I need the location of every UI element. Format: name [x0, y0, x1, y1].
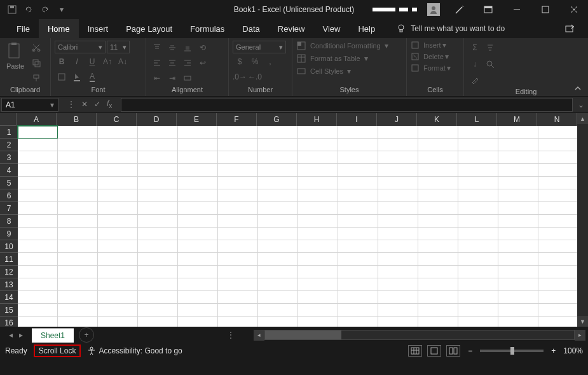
cell[interactable] — [138, 139, 178, 151]
cell[interactable] — [58, 266, 98, 278]
row-header[interactable]: 7 — [0, 202, 18, 215]
cell[interactable] — [138, 126, 178, 139]
row-header[interactable]: 13 — [0, 278, 18, 291]
cell[interactable] — [98, 215, 138, 228]
cell[interactable] — [538, 317, 577, 327]
cell[interactable] — [498, 126, 538, 139]
cell[interactable] — [218, 202, 258, 215]
cell[interactable] — [378, 177, 418, 189]
tell-me-search[interactable]: Tell me what you want to do — [397, 24, 505, 33]
cell[interactable] — [498, 253, 538, 266]
cell[interactable] — [298, 291, 338, 304]
cell[interactable] — [98, 228, 138, 240]
minimize-button[interactable] — [502, 0, 531, 19]
cell[interactable] — [218, 266, 258, 278]
cell[interactable] — [378, 278, 418, 291]
column-header[interactable]: H — [297, 113, 337, 126]
cell[interactable] — [538, 228, 577, 240]
cell[interactable] — [378, 304, 418, 317]
cell[interactable] — [218, 189, 258, 202]
bold-icon[interactable]: B — [55, 55, 69, 69]
cell[interactable] — [538, 189, 577, 202]
name-box[interactable]: A1▾ — [1, 98, 58, 112]
select-all-corner[interactable] — [0, 113, 17, 126]
cell[interactable] — [178, 202, 218, 215]
cell[interactable] — [218, 151, 258, 164]
format-as-table-button[interactable]: Format as Table▾ — [296, 53, 388, 64]
autosum-icon[interactable]: Σ — [468, 41, 482, 55]
cell[interactable] — [18, 215, 58, 228]
cell[interactable] — [258, 126, 298, 139]
cell[interactable] — [218, 177, 258, 189]
cell[interactable] — [418, 291, 458, 304]
cell[interactable] — [218, 164, 258, 177]
cell[interactable] — [538, 177, 577, 189]
cell[interactable] — [18, 317, 58, 327]
cell[interactable] — [98, 139, 138, 151]
cell[interactable] — [498, 228, 538, 240]
row-header[interactable]: 4 — [0, 164, 18, 177]
row-header[interactable]: 1 — [0, 126, 18, 139]
number-format-combo[interactable]: General▾ — [233, 41, 286, 53]
merge-center-icon[interactable] — [181, 71, 195, 85]
row-header[interactable]: 12 — [0, 266, 18, 278]
tab-formulas[interactable]: Formulas — [181, 19, 233, 38]
cell[interactable] — [338, 164, 378, 177]
cell[interactable] — [138, 151, 178, 164]
row-header[interactable]: 8 — [0, 215, 18, 228]
align-bottom-icon[interactable] — [181, 41, 195, 55]
cell[interactable] — [98, 304, 138, 317]
cell[interactable] — [418, 304, 458, 317]
tab-scroll-handle-icon[interactable]: ⋮ — [227, 331, 235, 339]
cell[interactable] — [58, 228, 98, 240]
column-header[interactable]: E — [177, 113, 217, 126]
cell[interactable] — [218, 317, 258, 327]
cell[interactable] — [338, 126, 378, 139]
format-cells-button[interactable]: Format▾ — [411, 64, 451, 72]
font-size-combo[interactable]: 11▾ — [107, 41, 130, 53]
find-select-icon[interactable] — [483, 57, 497, 71]
cell[interactable] — [98, 164, 138, 177]
cell[interactable] — [418, 139, 458, 151]
cell[interactable] — [218, 228, 258, 240]
cell[interactable] — [338, 240, 378, 253]
cell[interactable] — [538, 278, 577, 291]
tab-review[interactable]: Review — [269, 19, 314, 38]
column-header[interactable]: M — [497, 113, 537, 126]
cell[interactable] — [298, 317, 338, 327]
cell[interactable] — [418, 278, 458, 291]
cell[interactable] — [538, 151, 577, 164]
cell[interactable] — [178, 177, 218, 189]
save-icon[interactable] — [6, 4, 18, 15]
conditional-formatting-button[interactable]: Conditional Formatting▾ — [296, 41, 388, 51]
cell[interactable] — [98, 278, 138, 291]
column-header[interactable]: F — [217, 113, 257, 126]
decrease-decimal-icon[interactable]: ←.0 — [248, 70, 262, 84]
collapse-ribbon-icon[interactable] — [574, 85, 582, 92]
cell[interactable] — [338, 215, 378, 228]
cell[interactable] — [498, 202, 538, 215]
cell[interactable] — [258, 151, 298, 164]
fill-color-icon[interactable] — [70, 70, 84, 84]
cell[interactable] — [218, 304, 258, 317]
cell[interactable] — [458, 266, 498, 278]
cell[interactable] — [178, 189, 218, 202]
tab-data[interactable]: Data — [233, 19, 268, 38]
clear-icon[interactable] — [468, 74, 482, 88]
zoom-out-button[interactable]: − — [468, 346, 472, 355]
cell[interactable] — [338, 228, 378, 240]
page-layout-view-button[interactable] — [427, 345, 441, 357]
cell[interactable] — [218, 240, 258, 253]
redo-icon[interactable] — [39, 4, 51, 15]
cell[interactable] — [378, 139, 418, 151]
cell[interactable] — [498, 139, 538, 151]
cell[interactable] — [258, 177, 298, 189]
cell[interactable] — [258, 189, 298, 202]
increase-indent-icon[interactable]: ⇥ — [165, 71, 179, 85]
wand-icon[interactable] — [445, 0, 474, 19]
cell[interactable] — [138, 177, 178, 189]
cell[interactable] — [418, 266, 458, 278]
close-button[interactable] — [559, 0, 588, 19]
cell[interactable] — [138, 291, 178, 304]
tab-help[interactable]: Help — [349, 19, 384, 38]
